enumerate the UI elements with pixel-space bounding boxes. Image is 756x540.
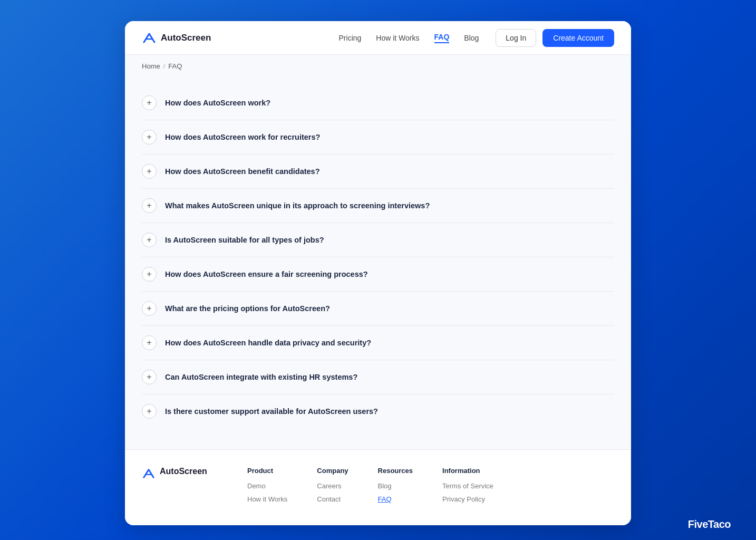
footer-col-resources-heading: Resources [378,467,413,475]
faq-item-4[interactable]: + Is AutoScreen suitable for all types o… [142,223,614,257]
nav-faq[interactable]: FAQ [434,33,450,43]
footer-col-information-heading: Information [442,467,493,475]
footer-link-contact[interactable]: Contact [317,495,348,503]
faq-item-9[interactable]: + Is there customer support available fo… [142,394,614,428]
faq-section: + How does AutoScreen work? + How does A… [125,78,631,449]
footer-brand: AutoScreen [142,467,226,508]
footer-col-company: Company Careers Contact [317,467,348,508]
faq-item-7[interactable]: + How does AutoScreen handle data privac… [142,326,614,360]
breadcrumb-current: FAQ [168,62,182,70]
faq-question-5: How does AutoScreen ensure a fair screen… [165,270,368,278]
faq-question-3: What makes AutoScreen unique in its appr… [165,201,430,210]
faq-question-4: Is AutoScreen suitable for all types of … [165,236,324,244]
logo[interactable]: AutoScreen [142,31,339,45]
footer-link-privacy[interactable]: Privacy Policy [442,495,493,503]
faq-item-0[interactable]: + How does AutoScreen work? [142,86,614,120]
faq-item-6[interactable]: + What are the pricing options for AutoS… [142,292,614,326]
footer-col-company-heading: Company [317,467,348,475]
breadcrumb-home[interactable]: Home [142,62,160,70]
expand-icon-6[interactable]: + [142,301,157,316]
faq-question-0: How does AutoScreen work? [165,99,270,107]
expand-icon-2[interactable]: + [142,164,157,179]
expand-icon-3[interactable]: + [142,198,157,213]
breadcrumb-separator: / [163,62,166,70]
brand-name: AutoScreen [161,33,211,43]
footer-col-product: Product Demo How it Works [247,467,287,508]
faq-item-1[interactable]: + How does AutoScreen work for recruiter… [142,120,614,155]
faq-question-9: Is there customer support available for … [165,407,378,416]
faq-question-6: What are the pricing options for AutoScr… [165,304,330,313]
faq-question-2: How does AutoScreen benefit candidates? [165,167,320,176]
nav-links: Pricing How it Works FAQ Blog [339,33,479,43]
footer-col-information: Information Terms of Service Privacy Pol… [442,467,493,508]
watermark: FiveTaco [688,518,731,531]
nav-how-it-works[interactable]: How it Works [376,34,419,42]
footer-link-demo[interactable]: Demo [247,482,287,490]
expand-icon-9[interactable]: + [142,404,157,419]
expand-icon-5[interactable]: + [142,267,157,282]
footer-link-tos[interactable]: Terms of Service [442,482,493,490]
faq-question-7: How does AutoScreen handle data privacy … [165,339,371,347]
nav-actions: Log In Create Account [496,29,614,47]
footer: AutoScreen Product Demo How it Works Com… [125,449,631,525]
faq-item-3[interactable]: + What makes AutoScreen unique in its ap… [142,189,614,223]
footer-inner: AutoScreen Product Demo How it Works Com… [142,467,614,508]
nav-blog[interactable]: Blog [464,34,479,42]
footer-brand-name: AutoScreen [160,467,207,476]
expand-icon-1[interactable]: + [142,130,157,144]
footer-col-resources: Resources Blog FAQ [378,467,413,508]
logo-icon [142,31,157,45]
expand-icon-4[interactable]: + [142,233,157,247]
navbar: AutoScreen Pricing How it Works FAQ Blog… [125,21,631,55]
breadcrumb: Home / FAQ [125,55,631,78]
faq-item-2[interactable]: + How does AutoScreen benefit candidates… [142,155,614,189]
expand-icon-0[interactable]: + [142,95,157,110]
footer-columns: Product Demo How it Works Company Career… [247,467,614,508]
footer-logo-icon [142,467,156,480]
footer-link-faq[interactable]: FAQ [378,495,413,503]
faq-question-1: How does AutoScreen work for recruiters? [165,133,320,141]
footer-col-product-heading: Product [247,467,287,475]
login-button[interactable]: Log In [496,29,536,47]
expand-icon-8[interactable]: + [142,370,157,384]
create-account-button[interactable]: Create Account [542,29,614,47]
nav-pricing[interactable]: Pricing [339,34,362,42]
footer-link-careers[interactable]: Careers [317,482,348,490]
faq-item-5[interactable]: + How does AutoScreen ensure a fair scre… [142,257,614,292]
footer-link-how-it-works[interactable]: How it Works [247,495,287,503]
expand-icon-7[interactable]: + [142,335,157,350]
footer-link-blog[interactable]: Blog [378,482,413,490]
faq-question-8: Can AutoScreen integrate with existing H… [165,373,357,381]
faq-item-8[interactable]: + Can AutoScreen integrate with existing… [142,360,614,394]
main-card: AutoScreen Pricing How it Works FAQ Blog… [125,21,631,525]
